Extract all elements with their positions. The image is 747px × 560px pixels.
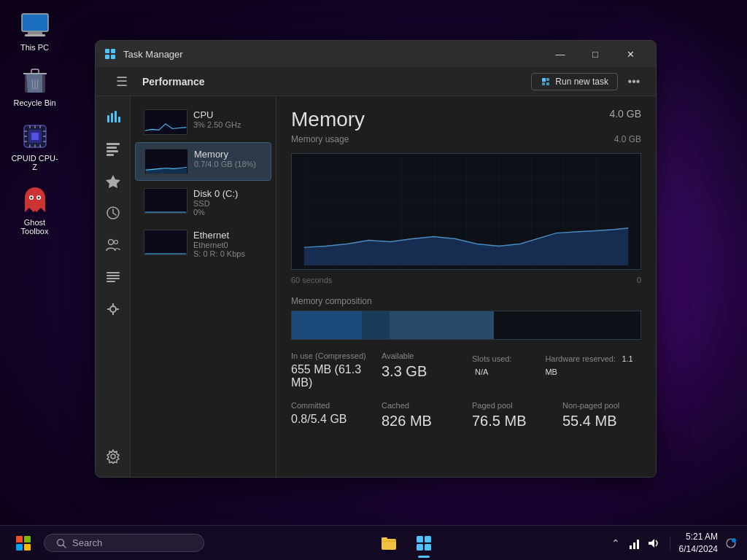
notification-tray-icon — [725, 537, 737, 549]
svg-rect-33 — [111, 113, 113, 122]
svg-point-41 — [108, 240, 113, 245]
search-bar[interactable]: Search — [44, 534, 204, 552]
svg-rect-7 — [31, 133, 39, 140]
tray-chevron-icon[interactable]: ⌃ — [608, 536, 623, 551]
system-clock[interactable]: 5:21 AM 6/14/2024 — [679, 531, 718, 556]
svg-rect-62 — [633, 542, 635, 549]
svg-rect-1 — [28, 31, 42, 34]
stat-slots-label: Slots used: — [472, 354, 511, 363]
stat-in-use: In use (Compressed) 655 MB (61.3 MB) — [291, 351, 370, 389]
sidebar-performance-icon[interactable] — [98, 102, 128, 131]
svg-rect-30 — [542, 82, 545, 85]
sidebar-details-icon[interactable] — [98, 262, 128, 292]
memory-preview-chart — [144, 149, 188, 174]
hamburger-menu-icon[interactable]: ☰ — [107, 67, 136, 96]
graph-label-max: 4.0 GB — [614, 134, 641, 144]
svg-rect-29 — [546, 78, 549, 81]
perf-item-ethernet[interactable]: Ethernet Ethernet0 S: 0 R: 0 Kbps — [135, 224, 271, 264]
sidebar-services-icon[interactable] — [98, 295, 128, 324]
svg-rect-58 — [425, 536, 431, 542]
graph-subtitle: Memory usage 4.0 GB — [291, 134, 641, 144]
run-new-task-button[interactable]: Run new task — [531, 73, 618, 90]
svg-rect-61 — [630, 545, 632, 549]
volume-tray-icon — [647, 537, 660, 550]
disk-item-name: Disk 0 (C:) — [193, 188, 238, 199]
comp-free — [494, 311, 640, 339]
volume-icon[interactable] — [646, 536, 661, 551]
search-placeholder: Search — [72, 537, 102, 548]
notification-icon[interactable] — [724, 536, 738, 551]
stat-in-use-label: In use (Compressed) — [291, 351, 370, 360]
composition-label: Memory composition — [291, 296, 641, 306]
detail-total: 4.0 GB — [609, 108, 641, 120]
taskbar-left: Search — [9, 529, 204, 558]
stat-paged-pool: Paged pool 76.5 MB — [472, 401, 551, 429]
taskbar-center — [204, 527, 608, 559]
sidebar-settings-icon[interactable] — [98, 442, 128, 471]
svg-rect-24 — [105, 49, 109, 53]
svg-rect-44 — [107, 275, 120, 276]
ghost-toolbox-icon[interactable]: Ghost Toolbox — [7, 182, 62, 239]
graph-label-zero: 0 — [637, 276, 641, 284]
stat-slots-value: N/A — [475, 368, 488, 376]
sidebar-history-icon[interactable] — [98, 198, 128, 228]
stat-cached-value: 826 MB — [382, 413, 460, 429]
start-button[interactable] — [9, 529, 38, 558]
window-controls: — □ ✕ — [543, 43, 647, 65]
composition-bar — [291, 311, 641, 340]
sidebar-users-icon[interactable] — [98, 230, 128, 260]
perf-item-disk[interactable]: Disk 0 (C:) SSD 0% — [135, 182, 271, 222]
ghost-toolbox-label: Ghost Toolbox — [11, 218, 58, 236]
stat-cached-label: Cached — [382, 401, 460, 410]
stat-available: Available 3.3 GB — [382, 351, 460, 389]
close-button[interactable]: ✕ — [614, 43, 647, 65]
ethernet-preview-chart — [144, 230, 187, 255]
stat-hw-reserved-label: Hardware reserved: — [545, 354, 616, 363]
detail-header: Memory 4.0 GB — [291, 108, 641, 131]
svg-line-54 — [63, 545, 66, 548]
stat-available-value: 3.3 GB — [382, 363, 460, 380]
svg-rect-2 — [25, 34, 45, 36]
perf-item-memory[interactable]: Memory 0.7/4.0 GB (18%) — [135, 142, 271, 181]
taskbar: Search — [0, 525, 747, 560]
memory-usage-graph — [291, 153, 641, 270]
maximize-button[interactable]: □ — [578, 43, 612, 65]
minimize-button[interactable]: — — [543, 43, 577, 65]
svg-point-42 — [114, 241, 117, 244]
svg-point-65 — [732, 538, 736, 542]
svg-rect-34 — [115, 111, 117, 122]
svg-rect-38 — [107, 150, 118, 152]
cpu-preview-chart — [144, 109, 187, 135]
taskbar-task-manager[interactable] — [408, 527, 440, 559]
svg-rect-25 — [111, 49, 115, 53]
recycle-bin-icon[interactable]: Recycle Bin — [7, 63, 62, 111]
graph-label-seconds: 60 seconds — [291, 276, 332, 284]
stat-committed-label: Committed — [291, 401, 370, 410]
taskbar-file-explorer[interactable] — [373, 527, 405, 559]
sidebar-startup-apps-icon[interactable] — [98, 166, 128, 195]
svg-rect-26 — [105, 55, 109, 59]
desktop-icons: This PC Recycle Bin — [7, 7, 62, 239]
svg-rect-43 — [107, 272, 120, 273]
network-icon[interactable] — [627, 536, 642, 551]
stat-available-label: Available — [382, 351, 460, 360]
comp-in-use — [292, 311, 362, 339]
svg-rect-28 — [542, 78, 546, 82]
disk-item-detail2: 0% — [193, 208, 238, 217]
svg-rect-27 — [111, 55, 115, 59]
clock-date: 6/14/2024 — [679, 543, 718, 556]
cpuid-icon[interactable]: CPUID CPU-Z — [7, 118, 62, 175]
svg-rect-39 — [107, 154, 114, 156]
more-options-button[interactable]: ••• — [624, 71, 644, 92]
svg-rect-45 — [107, 278, 120, 279]
perf-item-cpu[interactable]: CPU 3% 2.50 GHz — [135, 104, 271, 141]
task-manager-body: CPU 3% 2.50 GHz — [96, 96, 656, 477]
comp-standby — [390, 311, 494, 339]
ethernet-item-detail2: S: 0 R: 0 Kbps — [193, 249, 245, 258]
main-panel: CPU 3% 2.50 GHz — [131, 96, 656, 477]
sidebar-app-history-icon[interactable] — [98, 134, 128, 163]
svg-rect-63 — [637, 540, 639, 549]
this-pc-icon[interactable]: This PC — [7, 7, 62, 55]
stat-committed: Committed 0.8/5.4 GB — [291, 401, 370, 429]
svg-point-47 — [110, 306, 116, 312]
